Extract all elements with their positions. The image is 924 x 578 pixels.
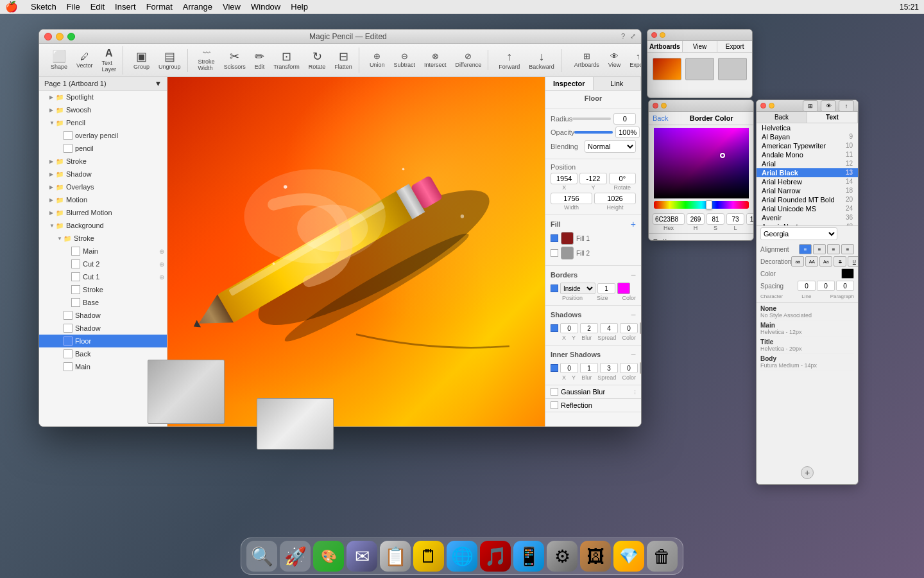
deco-normal-btn[interactable]: aa <box>791 256 804 267</box>
dock-mail[interactable]: ✉ <box>346 541 377 572</box>
layer-blurred-motion[interactable]: ▶ 📁 Blurred Motion <box>39 206 167 219</box>
menu-format[interactable]: Format <box>146 2 173 12</box>
menu-sketch[interactable]: Sketch <box>31 2 56 12</box>
font-item-arial-unicode[interactable]: Arial Unicode MS 24 <box>757 204 858 213</box>
toolbar-rotate-btn[interactable]: ↻ Rotate <box>305 49 330 72</box>
artboard-thumb-1[interactable] <box>653 58 681 80</box>
toolbar-edit-btn[interactable]: ✏ Edit <box>251 49 269 72</box>
lightness-input[interactable] <box>726 213 744 225</box>
alpha-input[interactable] <box>746 213 754 225</box>
text-tab-back[interactable]: Back <box>757 112 807 123</box>
toolbar-ungroup-btn[interactable]: ▤ Ungroup <box>155 49 185 72</box>
toolbar-flatten-btn[interactable]: ⊟ Flatten <box>330 49 356 72</box>
menu-view[interactable]: View <box>223 2 241 12</box>
toolbar-forward-btn[interactable]: ↑ Forward <box>495 49 524 72</box>
dock-browser[interactable]: 🌐 <box>447 541 477 572</box>
border-position-select[interactable]: Inside <box>560 283 595 294</box>
layer-motion[interactable]: ▶ 📁 Motion <box>39 193 167 206</box>
toolbar-text-btn[interactable]: A Text Layer <box>98 46 121 74</box>
menu-edit[interactable]: Edit <box>90 2 105 12</box>
toolbar-view-btn[interactable]: 👁 View <box>604 50 624 70</box>
toolbar-stroke-width-btn[interactable]: 〰 Stroke Width <box>194 48 219 73</box>
style-body[interactable]: Body Futura Medium - 14px <box>760 354 854 371</box>
dock-system-prefs[interactable]: ⚙ <box>547 541 578 572</box>
font-item-arial-hebrew[interactable]: Arial Hebrew 14 <box>757 177 858 186</box>
main2-visibility[interactable] <box>64 362 73 371</box>
shadow1-visibility[interactable] <box>64 311 73 320</box>
menu-arrange[interactable]: Arrange <box>183 2 212 12</box>
deco-strikethrough-btn[interactable]: S <box>834 256 846 267</box>
saturation-input[interactable] <box>706 213 724 225</box>
text-panel-minimize-btn[interactable] <box>769 103 774 109</box>
menu-insert[interactable]: Insert <box>115 2 136 12</box>
align-justify-btn[interactable]: ≡ <box>841 244 854 254</box>
export-mini-btn[interactable]: ↑ <box>839 100 854 112</box>
line-spacing-input[interactable] <box>817 281 835 291</box>
shadow-spread-input[interactable] <box>620 323 638 333</box>
dock-sketch[interactable]: 💎 <box>613 541 644 572</box>
add-style-btn[interactable]: + <box>801 466 814 479</box>
menu-window[interactable]: Window <box>251 2 280 12</box>
hue-slider[interactable] <box>654 201 749 209</box>
dock-rocket[interactable]: 🚀 <box>280 541 311 572</box>
font-item-albayan[interactable]: Al Bayan 9 <box>757 132 858 141</box>
artboards-close-btn[interactable] <box>651 32 657 38</box>
layer-floor[interactable]: ▶ Floor <box>39 335 167 347</box>
layer-cut1[interactable]: ▶ Cut 1 ⊕ <box>39 270 167 283</box>
fill1-checkbox[interactable] <box>551 234 558 242</box>
cut2-visibility[interactable] <box>71 259 80 268</box>
toolbar-shape-btn[interactable]: ⬜ Shape <box>47 49 71 72</box>
rotate-input[interactable] <box>609 173 636 184</box>
toolbar-scissors-btn[interactable]: ✂ Scissors <box>220 49 250 72</box>
shadows-collapse-btn[interactable]: − <box>631 310 636 320</box>
border-color-swatch[interactable] <box>617 283 630 294</box>
base-visibility[interactable] <box>71 298 80 307</box>
artboards-mini-btn[interactable]: ⊞ <box>803 100 818 112</box>
hue-thumb[interactable] <box>706 200 712 209</box>
layer-overlay-pencil[interactable]: ▶ overlay pencil <box>39 129 167 142</box>
inspector-tab-inspector[interactable]: Inspector <box>545 77 594 90</box>
dock-notes[interactable]: 🗒 <box>413 541 444 572</box>
font-item-avenir[interactable]: Avenir 36 <box>757 213 858 222</box>
layer-pencil[interactable]: ▼ 📁 Pencil <box>39 116 167 129</box>
artboard-thumb-2[interactable] <box>685 58 714 80</box>
align-center-btn[interactable]: ≡ <box>813 244 826 254</box>
toolbar-transform-btn[interactable]: ⊡ Transform <box>270 49 304 72</box>
overlay-pencil-visibility[interactable] <box>64 131 73 140</box>
inspector-tab-link[interactable]: Link <box>594 77 642 90</box>
toolbar-intersect-btn[interactable]: ⊗ Intersect <box>420 50 450 70</box>
shadow-blur-input[interactable] <box>600 323 618 333</box>
color-picker-close-btn[interactable] <box>653 103 658 109</box>
layer-shadow[interactable]: ▶ 📁 Shadow <box>39 168 167 180</box>
deco-upper-btn[interactable]: AA <box>805 256 818 267</box>
shadow-x-input[interactable] <box>560 323 578 333</box>
artboards-tab-view[interactable]: View <box>683 41 718 52</box>
toolbar-backward-btn[interactable]: ↓ Backward <box>525 49 558 72</box>
gaussian-blur-toggle[interactable]: ⁝ <box>634 389 636 396</box>
font-item-arial-narrow[interactable]: Arial Narrow 18 <box>757 186 858 195</box>
toolbar-artboards-btn[interactable]: ⊞ Artboards <box>570 50 603 70</box>
layer-back[interactable]: ▶ Back <box>39 347 167 360</box>
layer-stroke-3[interactable]: ▶ Stroke <box>39 283 167 296</box>
main1-visibility[interactable] <box>71 247 80 256</box>
toolbar-union-btn[interactable]: ⊕ Union <box>366 50 389 70</box>
inner-shadow-y-input[interactable] <box>580 363 598 373</box>
stroke3-visibility[interactable] <box>71 285 80 294</box>
inner-shadow-spread-input[interactable] <box>620 363 638 373</box>
apple-menu[interactable]: 🍎 <box>5 1 18 13</box>
dock-music[interactable]: 🎵 <box>480 541 511 572</box>
close-btn[interactable] <box>44 33 52 40</box>
toolbar-difference-btn[interactable]: ⊘ Difference <box>451 50 485 70</box>
inner-shadow-color-swatch[interactable] <box>640 362 641 374</box>
inner-shadow-blur-input[interactable] <box>600 363 618 373</box>
blending-mode-select[interactable]: Normal <box>585 140 636 153</box>
radius-input[interactable] <box>613 113 636 125</box>
layer-stroke[interactable]: ▶ 📁 Stroke <box>39 155 167 168</box>
y-input[interactable] <box>579 173 606 184</box>
font-item-arial-rounded[interactable]: Arial Rounded MT Bold 20 <box>757 195 858 204</box>
layer-shadow-1[interactable]: ▶ Shadow <box>39 309 167 322</box>
dock-appstore[interactable]: 📱 <box>513 541 544 572</box>
height-input[interactable] <box>594 193 636 204</box>
layer-shadow-2[interactable]: ▶ Shadow <box>39 322 167 335</box>
artboards-tab-artboards[interactable]: Artboards <box>647 41 683 52</box>
